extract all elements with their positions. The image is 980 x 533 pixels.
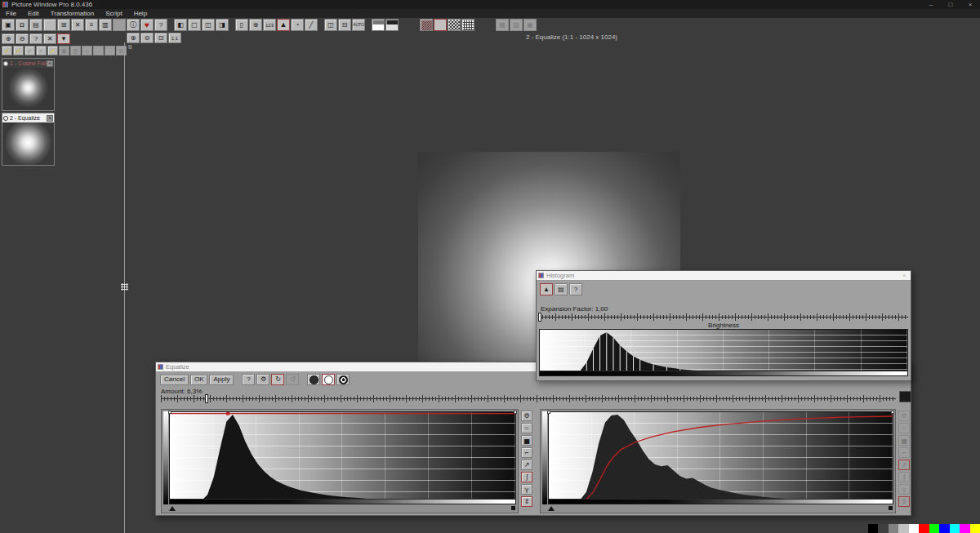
circle-a-button[interactable]: ○ [82, 46, 92, 56]
menu-item[interactable]: File [0, 9, 22, 18]
thumbnail-close-button[interactable]: × [47, 60, 53, 67]
thumbnail-image[interactable] [2, 122, 54, 165]
preview-dark-button[interactable] [307, 374, 320, 385]
tone-light-button[interactable] [385, 19, 399, 31]
zoom-out-button[interactable]: ⊖ [140, 33, 154, 43]
menu-item[interactable]: Transformation [45, 9, 100, 18]
zoom-fit-button[interactable]: ⊡ [154, 33, 167, 43]
splitter-button[interactable]: ⊞ [116, 46, 127, 56]
pattern-fine-button[interactable] [420, 19, 433, 31]
output-endpoint-left[interactable] [547, 411, 550, 414]
eq-settings-button[interactable]: ⚙ [256, 374, 270, 385]
histogram-titlebar[interactable]: Histogram × [537, 271, 911, 281]
eq-r-step-curve-button[interactable]: ⌐ [898, 447, 910, 458]
pane-split-button[interactable]: ◫ [202, 19, 215, 31]
paste-button[interactable] [113, 19, 126, 31]
overlay-b-button[interactable]: ▥ [510, 19, 523, 31]
curve-endpoint-right[interactable] [514, 411, 517, 414]
histogram-close-button[interactable]: × [898, 272, 911, 279]
pan-close-button[interactable]: ✕ [43, 33, 56, 44]
tone-dark-button[interactable] [372, 19, 385, 31]
menu-item[interactable]: Edit [22, 9, 45, 18]
histogram-mode-button[interactable]: ▲ [540, 283, 553, 295]
output-endpoint-right[interactable] [891, 411, 894, 414]
eq-refresh-button[interactable]: ↻ [271, 374, 284, 385]
pan-zoom-out-button[interactable]: ⊖ [16, 33, 29, 44]
expansion-factor-handle[interactable] [538, 313, 541, 322]
eq-r-gamma-button[interactable]: γ [898, 484, 910, 495]
pattern-coarse-button[interactable] [448, 19, 461, 31]
colorpicker-button[interactable]: ◔ [291, 19, 304, 31]
expansion-factor-slider[interactable] [539, 313, 908, 321]
duplicate-button[interactable]: ▥ [99, 19, 112, 31]
eq-options-button[interactable]: ⚙ [521, 411, 532, 421]
pattern-medium-button[interactable] [434, 19, 447, 31]
pan-dropdown-button[interactable]: ▼ [57, 33, 70, 44]
eq-r-curve-button[interactable]: ↗ [898, 460, 910, 470]
check-bright-button[interactable]: ✔ [47, 46, 58, 56]
thumbnail-header[interactable]: 1 - Cosine Falloff × [2, 59, 54, 68]
white-point-marker[interactable] [511, 506, 515, 510]
menu-item[interactable]: Script [100, 9, 127, 18]
split-h-button[interactable]: ⊟ [338, 19, 351, 31]
split-v-button[interactable]: ◫ [324, 19, 337, 31]
eq-revert-button[interactable]: ↺ [286, 374, 299, 385]
color-swatch[interactable] [970, 524, 980, 533]
thumbnail-equalize[interactable]: 2 - Equalize × [2, 113, 55, 166]
color-swatch[interactable] [909, 524, 920, 533]
favorites-button[interactable]: ♥ [140, 19, 154, 31]
amount-slider-handle[interactable] [205, 394, 208, 403]
probe-button[interactable]: ▯ [235, 19, 248, 31]
pane-right-button[interactable]: ◨ [216, 19, 229, 31]
color-swatch[interactable] [868, 524, 879, 533]
pane-left-button[interactable]: ◧ [174, 19, 187, 31]
info-button[interactable]: ⓘ [127, 19, 140, 31]
menu-button[interactable]: ≡ [85, 19, 98, 31]
circle-b-button[interactable]: ◌ [93, 46, 104, 56]
color-swatch[interactable] [960, 524, 970, 533]
pane-single-button[interactable]: ▢ [188, 19, 201, 31]
check-yellow-1-button[interactable]: ✔ [2, 46, 12, 56]
eq-r-histogram-button[interactable]: ▅ [898, 435, 910, 446]
close-button[interactable]: × [960, 0, 980, 9]
color-swatch[interactable] [929, 524, 940, 533]
preview-ring-button[interactable] [336, 374, 350, 385]
thumbnail-close-button[interactable]: × [47, 115, 53, 122]
equalize-output-histogram[interactable] [548, 411, 893, 504]
color-swatch[interactable] [898, 524, 909, 533]
apply-button[interactable]: Apply [209, 375, 234, 385]
eq-curve-button[interactable]: ↗ [521, 460, 532, 470]
minimize-button[interactable]: – [921, 0, 941, 9]
eq-r-s-curve-button[interactable]: ∫ [898, 472, 910, 482]
pattern-grid-button[interactable] [461, 19, 474, 31]
eq-s-curve-button[interactable]: ∫ [521, 472, 532, 482]
output-white-point-marker[interactable] [889, 506, 893, 510]
eq-gamma-button[interactable]: γ [521, 484, 532, 495]
new-image-button[interactable]: ◘ [16, 19, 29, 31]
measure-button[interactable]: ╱ [305, 19, 318, 31]
thumbnail-header[interactable]: 2 - Equalize × [2, 113, 54, 122]
pan-zoom-in-button[interactable]: ⊕ [2, 33, 15, 44]
print-button[interactable]: ⊞ [57, 19, 70, 31]
eq-r-options-button[interactable]: ⚙ [898, 411, 910, 421]
blank-button[interactable] [43, 19, 56, 31]
auto-button[interactable]: AUTO [352, 19, 365, 31]
thumbnail-cosine-falloff[interactable]: 1 - Cosine Falloff × [2, 58, 55, 111]
equalize-input-histogram[interactable] [169, 411, 516, 504]
zoom-1to1-button[interactable]: 1:1 [168, 33, 181, 43]
overlay-a-button[interactable]: ▦ [496, 19, 509, 31]
eq-circle-button[interactable]: ○ [521, 423, 532, 433]
close-image-button[interactable]: ✕ [71, 19, 84, 31]
check-gray-2-button[interactable]: ✔ [36, 46, 47, 56]
color-swatch[interactable] [878, 524, 889, 533]
black-point-marker[interactable] [169, 506, 176, 511]
amount-swatch[interactable] [899, 391, 911, 402]
readout-button[interactable]: 123 [263, 19, 276, 31]
clipboard-button[interactable]: ▣ [59, 46, 69, 56]
eq-step-curve-button[interactable]: ⌐ [521, 447, 532, 458]
copy-button[interactable]: ▥ [70, 46, 81, 56]
thumbnail-image[interactable] [2, 68, 54, 110]
pan-help-button[interactable]: ? [29, 33, 42, 44]
curve-endpoint-left[interactable] [168, 411, 172, 414]
output-black-point-marker[interactable] [548, 506, 555, 511]
